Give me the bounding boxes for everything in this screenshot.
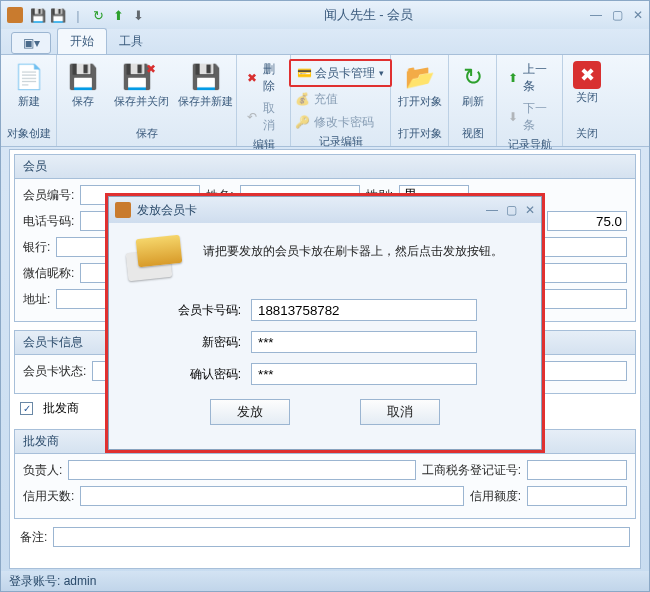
minimize-icon[interactable]: — bbox=[590, 8, 602, 22]
confirmpwd-label: 确认密码: bbox=[127, 366, 251, 383]
chevron-down-icon: ▾ bbox=[379, 68, 384, 78]
card-manage-button[interactable]: 💳会员卡管理▾ bbox=[291, 61, 390, 85]
dialog-titlebar: 发放会员卡 — ▢ ✕ bbox=[109, 197, 541, 223]
qat-up-icon[interactable]: ⬆ bbox=[109, 6, 127, 24]
manager-field[interactable] bbox=[68, 460, 415, 480]
credit-limit-label: 信用额度: bbox=[470, 488, 521, 505]
card-no-label: 会员卡号码: bbox=[127, 302, 251, 319]
card-no-field[interactable] bbox=[251, 299, 477, 321]
qat-saveclose-icon[interactable]: 💾 bbox=[49, 6, 67, 24]
close-button[interactable]: ✖关闭 bbox=[561, 59, 613, 125]
card-status-label: 会员卡状态: bbox=[23, 363, 86, 380]
dialog-close-icon[interactable]: ✕ bbox=[525, 203, 535, 217]
credit-limit-field[interactable] bbox=[527, 486, 627, 506]
qat-sep: | bbox=[69, 6, 87, 24]
dialog-cancel-button[interactable]: 取消 bbox=[360, 399, 440, 425]
group-open-label: 打开对象 bbox=[398, 125, 442, 142]
dialog-message: 请把要发放的会员卡放在刷卡器上，然后点击发放按钮。 bbox=[203, 237, 503, 260]
qat-save-icon[interactable]: 💾 bbox=[29, 6, 47, 24]
maximize-icon[interactable]: ▢ bbox=[612, 8, 623, 22]
login-status: 登录账号: admin bbox=[9, 574, 96, 588]
dialog-body: 请把要发放的会员卡放在刷卡器上，然后点击发放按钮。 会员卡号码: 新密码: 确认… bbox=[109, 223, 541, 449]
main-window: 💾 💾 | ↻ ⬆ ⬇ 闻人先生 - 会员 — ▢ ✕ ▣▾ 开始 工具 📄新建… bbox=[0, 0, 650, 592]
dialog-icon bbox=[115, 202, 131, 218]
remark-field[interactable] bbox=[53, 527, 630, 547]
app-icon bbox=[7, 7, 23, 23]
save-button[interactable]: 💾保存 bbox=[57, 59, 109, 125]
window-buttons: — ▢ ✕ bbox=[590, 8, 643, 22]
wechat-label: 微信昵称: bbox=[23, 265, 74, 282]
phone-label: 电话号码: bbox=[23, 213, 74, 230]
issue-card-dialog-highlight: 发放会员卡 — ▢ ✕ 请把要发放的会员卡放在刷卡器上，然后点击发放按钮。 会员… bbox=[105, 193, 545, 453]
new-button[interactable]: 📄新建 bbox=[3, 59, 55, 125]
change-password-button[interactable]: 🔑修改卡密码 bbox=[289, 111, 392, 133]
member-group-header[interactable]: 会员 bbox=[15, 155, 635, 179]
quick-access-toolbar: 💾 💾 | ↻ ⬆ ⬇ bbox=[29, 6, 147, 24]
taxreg-field[interactable] bbox=[527, 460, 627, 480]
member-id-label: 会员编号: bbox=[23, 187, 74, 204]
qat-down-icon[interactable]: ⬇ bbox=[129, 6, 147, 24]
dialog-maximize-icon[interactable]: ▢ bbox=[506, 203, 517, 217]
newpwd-label: 新密码: bbox=[127, 334, 251, 351]
wholesaler-check-label: 批发商 bbox=[43, 400, 79, 417]
tab-tools[interactable]: 工具 bbox=[107, 29, 155, 54]
recharge-button[interactable]: 💰充值 bbox=[289, 88, 392, 110]
group-create-label: 对象创建 bbox=[7, 125, 51, 142]
group-recedit-label: 记录编辑 bbox=[319, 133, 363, 150]
window-title: 闻人先生 - 会员 bbox=[147, 6, 590, 24]
bank-label: 银行: bbox=[23, 239, 50, 256]
taxreg-label: 工商税务登记证号: bbox=[422, 462, 521, 479]
prev-record-button[interactable]: ⬆上一条 bbox=[501, 59, 558, 97]
credit-days-field[interactable] bbox=[80, 486, 463, 506]
balance-field[interactable] bbox=[547, 211, 627, 231]
tab-start[interactable]: 开始 bbox=[57, 28, 107, 54]
close-icon[interactable]: ✕ bbox=[633, 8, 643, 22]
qat-refresh-icon[interactable]: ↻ bbox=[89, 6, 107, 24]
address-label: 地址: bbox=[23, 291, 50, 308]
titlebar: 💾 💾 | ↻ ⬆ ⬇ 闻人先生 - 会员 — ▢ ✕ bbox=[1, 1, 649, 29]
issue-card-dialog: 发放会员卡 — ▢ ✕ 请把要发放的会员卡放在刷卡器上，然后点击发放按钮。 会员… bbox=[108, 196, 542, 450]
ribbon: 📄新建 对象创建 💾保存 💾✖保存并关闭 💾保存并新建 保存 ✖删除 ↶取消 编… bbox=[1, 55, 649, 147]
ribbon-tabbar: ▣▾ 开始 工具 bbox=[1, 29, 649, 55]
dialog-minimize-icon[interactable]: — bbox=[486, 203, 498, 217]
save-close-button[interactable]: 💾✖保存并关闭 bbox=[111, 59, 173, 125]
credit-days-label: 信用天数: bbox=[23, 488, 74, 505]
app-menu-button[interactable]: ▣▾ bbox=[11, 32, 51, 54]
wholesaler-checkbox[interactable]: ✓ bbox=[20, 402, 33, 415]
issue-button[interactable]: 发放 bbox=[210, 399, 290, 425]
delete-button[interactable]: ✖删除 bbox=[241, 59, 286, 97]
manager-label: 负责人: bbox=[23, 462, 62, 479]
group-close-label: 关闭 bbox=[576, 125, 598, 142]
remark-label: 备注: bbox=[20, 529, 47, 546]
save-new-button[interactable]: 💾保存并新建 bbox=[175, 59, 237, 125]
dialog-title: 发放会员卡 bbox=[137, 202, 486, 219]
newpwd-field[interactable] bbox=[251, 331, 477, 353]
statusbar: 登录账号: admin bbox=[1, 571, 649, 591]
open-object-button[interactable]: 📂打开对象 bbox=[394, 59, 446, 125]
card-icon bbox=[127, 237, 185, 283]
cancel-button[interactable]: ↶取消 bbox=[241, 98, 286, 136]
confirmpwd-field[interactable] bbox=[251, 363, 477, 385]
refresh-button[interactable]: ↻刷新 bbox=[447, 59, 499, 125]
group-save-label: 保存 bbox=[136, 125, 158, 142]
group-view-label: 视图 bbox=[462, 125, 484, 142]
next-record-button[interactable]: ⬇下一条 bbox=[501, 98, 558, 136]
card-manage-highlight: 💳会员卡管理▾ bbox=[289, 59, 392, 87]
